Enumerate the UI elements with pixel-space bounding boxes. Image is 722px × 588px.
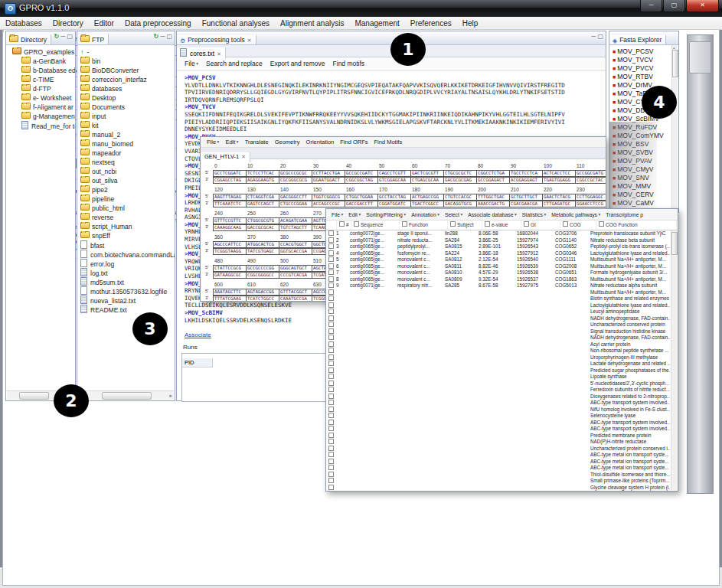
- table-row[interactable]: Biotin synthase and related enzymes: [326, 296, 678, 302]
- table-row[interactable]: 7contig0065|ge...monovalent c...SA08104.…: [326, 270, 678, 276]
- checkbox-icon[interactable]: [563, 221, 568, 227]
- table-row[interactable]: ABC-type metal ion transport syste...: [326, 459, 678, 466]
- checkbox-icon[interactable]: [402, 221, 407, 227]
- checkbox-icon[interactable]: [328, 276, 334, 282]
- ftp-item-folder[interactable]: bin: [80, 57, 175, 66]
- column-header-cog[interactable]: COG: [560, 220, 596, 230]
- ftp-item-folder[interactable]: reverse: [80, 213, 175, 222]
- menubar-item-help[interactable]: Help: [457, 19, 484, 28]
- fasta-item[interactable]: ■MOV_MMV: [613, 182, 678, 191]
- checkbox-icon[interactable]: [328, 394, 334, 399]
- ftp-item-textfile[interactable]: README.txt: [80, 305, 175, 314]
- fasta-item[interactable]: ■MOV_BSV: [613, 140, 678, 149]
- alignment-menu-file[interactable]: File ▾: [207, 139, 219, 145]
- toolbar-item-search-and-replace[interactable]: Search and replace: [206, 60, 263, 67]
- minimize-button[interactable]: ─: [640, 0, 662, 12]
- refresh-icon[interactable]: ↻: [54, 33, 60, 40]
- checkbox-icon[interactable]: [328, 400, 334, 405]
- checkbox-icon[interactable]: [328, 335, 334, 340]
- ftp-hscrollbar[interactable]: ◂▸: [78, 390, 174, 400]
- scroll-thumb[interactable]: [672, 50, 678, 77]
- checkbox-icon[interactable]: [328, 348, 334, 353]
- table-row[interactable]: 5contig0065|ge...monovalent c...SA08122.…: [326, 256, 678, 263]
- ftp-item-file[interactable]: error.log: [80, 259, 175, 268]
- table-row[interactable]: 9contig0071|ge...respiratory nitr...SA28…: [326, 283, 678, 289]
- ftp-item-folder[interactable]: correccion_interfaz: [80, 75, 175, 84]
- checkbox-icon[interactable]: [328, 381, 334, 386]
- header-select-all[interactable]: [326, 220, 337, 230]
- table-row[interactable]: Multisubunit Na+/H+ antiporter, M...: [326, 289, 678, 296]
- table-menu-annotation[interactable]: Annotation ▾: [411, 212, 439, 217]
- tree-item-folder[interactable]: d-FTP: [6, 84, 75, 93]
- ftp-item-folder[interactable]: Desktop: [80, 93, 175, 103]
- table-menu-file[interactable]: File ▾: [332, 212, 343, 217]
- checkbox-icon[interactable]: [328, 309, 334, 314]
- table-row[interactable]: 5'-nucleotidases/2',3'-cyclic phosph...: [326, 381, 678, 387]
- associate-link[interactable]: Associate: [185, 332, 211, 338]
- table-row[interactable]: Lactate dehydrogenase and related ...: [326, 361, 678, 368]
- checkbox-icon[interactable]: [599, 221, 604, 227]
- minimize-view-icon[interactable]: ─: [161, 33, 165, 40]
- checkbox-icon[interactable]: [328, 485, 334, 490]
- ftp-item-textfile[interactable]: nueva_lista2.txt: [80, 296, 175, 305]
- table-row[interactable]: Signal transduction histidine kinase: [326, 328, 678, 335]
- table-row[interactable]: Acyl carrier protein: [326, 341, 678, 348]
- menubar-item-editor[interactable]: Editor: [89, 19, 119, 28]
- table-row[interactable]: Dioxygenases related to 2-nitroprop...: [326, 394, 678, 400]
- minimize-view-icon[interactable]: ─: [61, 33, 66, 40]
- checkbox-icon[interactable]: [328, 296, 334, 301]
- tree-item-file[interactable]: Read_me_for te: [6, 121, 75, 130]
- tree-root[interactable]: GPRO_examples: [6, 47, 75, 57]
- toolbar-item-file[interactable]: File ▾: [185, 60, 198, 67]
- checkbox-icon[interactable]: [328, 243, 334, 249]
- table-menu-sorting-filtering[interactable]: Sorting/Filtering ▾: [366, 212, 406, 217]
- table-row[interactable]: Glycine cleavage system H protein (l...: [326, 485, 678, 492]
- checkbox-icon[interactable]: [328, 426, 334, 431]
- ftp-item-folder[interactable]: manu_biomed: [80, 139, 175, 149]
- table-row[interactable]: NADH dehydrogenase, FAD-contain...: [326, 315, 678, 322]
- fasta-vscrollbar[interactable]: ▴▾: [671, 45, 678, 211]
- table-vscrollbar[interactable]: [671, 230, 677, 490]
- table-row[interactable]: Predicted sugar phosphatases of the...: [326, 368, 678, 374]
- column-header-cog-function[interactable]: COG Function: [596, 220, 677, 230]
- checkbox-icon[interactable]: [328, 368, 334, 373]
- tree-item-folder[interactable]: b-Database ed: [6, 66, 75, 75]
- close-tab-icon[interactable]: ✕: [241, 154, 246, 159]
- fasta-item[interactable]: ■MOV_CERV: [613, 191, 678, 199]
- checkbox-icon[interactable]: [328, 322, 334, 327]
- scroll-thumb[interactable]: [671, 232, 678, 255]
- checkbox-icon[interactable]: [328, 478, 334, 483]
- ftp-item-folder[interactable]: manual_2: [80, 130, 175, 139]
- scroll-thumb[interactable]: [19, 392, 49, 400]
- alignment-menu-orientation[interactable]: Orientation: [306, 139, 335, 145]
- checkbox-icon[interactable]: [524, 221, 529, 227]
- checkbox-icon[interactable]: [328, 302, 334, 308]
- maximize-view-icon[interactable]: ▢: [166, 33, 172, 40]
- checkbox-icon[interactable]: [328, 256, 334, 262]
- minimize-view-icon[interactable]: ─: [592, 33, 596, 40]
- checkbox-icon[interactable]: [328, 315, 334, 321]
- ftp-item-folder[interactable]: snpEff: [80, 231, 175, 240]
- workspace-vscrollbar[interactable]: [687, 34, 714, 494]
- checkbox-icon[interactable]: [328, 341, 334, 347]
- table-menu-statistics[interactable]: Statistics ▾: [522, 212, 547, 217]
- scroll-arrow-right-icon[interactable]: ▸: [169, 391, 172, 400]
- tree-item-folder[interactable]: a-GenBank: [6, 57, 75, 66]
- table-row[interactable]: Small primase-like proteins (Toprim...: [326, 478, 678, 485]
- ftp-item-folder[interactable]: mapeador: [80, 149, 175, 158]
- fasta-item[interactable]: ■MOV_CaMV: [613, 199, 678, 207]
- ftp-item-folder[interactable]: pipeline: [80, 194, 175, 204]
- scroll-thumb[interactable]: [102, 392, 152, 400]
- table-row[interactable]: ABC-type transport system involved...: [326, 400, 678, 407]
- tree-item-folder[interactable]: e- Worksheet: [6, 93, 75, 103]
- menubar-item-preferences[interactable]: Preferences: [405, 19, 457, 28]
- checkbox-icon[interactable]: [328, 270, 334, 275]
- menubar-item-alignment-analysis[interactable]: Alignment analysis: [275, 19, 349, 28]
- alignment-menu-edit[interactable]: Edit ▾: [225, 139, 238, 145]
- tree-item-folder[interactable]: c-TIME: [6, 75, 75, 84]
- menubar-item-functional-analyses[interactable]: Functional analyses: [197, 19, 275, 28]
- checkbox-icon[interactable]: [328, 420, 334, 425]
- table-row[interactable]: 3contig0065|ge...peptidylprolyl...SA0815…: [326, 243, 678, 250]
- column-header-subject[interactable]: Subject: [448, 220, 482, 230]
- fasta-item[interactable]: ■MOV_SNV: [613, 174, 678, 182]
